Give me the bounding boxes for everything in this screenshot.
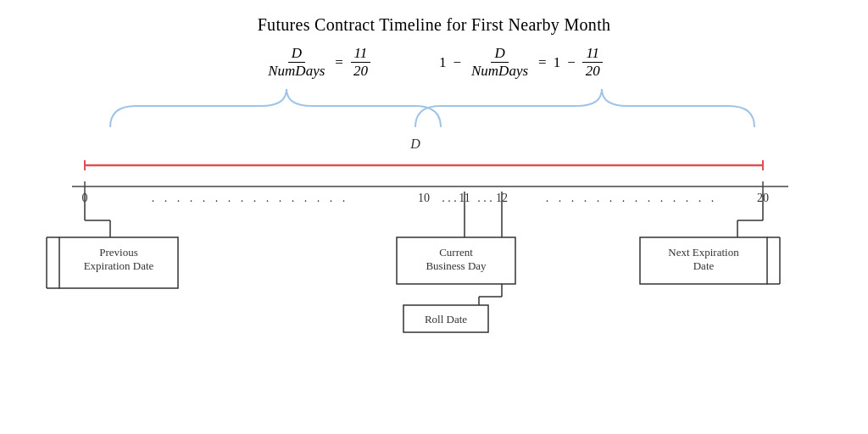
formula-left: D NumDays = 11 20 bbox=[264, 45, 371, 80]
formula-left-value-den: 20 bbox=[350, 63, 371, 80]
svg-text:Current: Current bbox=[439, 246, 473, 259]
formula-right-minus: − bbox=[453, 54, 461, 71]
formula-right-value-den: 20 bbox=[582, 63, 604, 80]
svg-text:. . . . . . . . . . . . . . . : . . . . . . . . . . . . . . . . bbox=[152, 192, 349, 204]
svg-text:Roll Date: Roll Date bbox=[425, 313, 467, 326]
page-title: Futures Contract Timeline for First Near… bbox=[0, 0, 868, 35]
formula-left-numerator: D bbox=[288, 45, 305, 63]
main-container: Futures Contract Timeline for First Near… bbox=[0, 0, 868, 434]
formula-left-equals: = bbox=[335, 54, 343, 71]
svg-text:Next Expiration: Next Expiration bbox=[668, 246, 739, 259]
formula-right-value-num: 11 bbox=[582, 45, 603, 63]
formula-right-equals: = bbox=[538, 54, 547, 71]
svg-text:Business Day: Business Day bbox=[426, 259, 487, 272]
svg-text:D: D bbox=[409, 136, 420, 151]
formula-left-denominator: NumDays bbox=[264, 63, 328, 80]
formula-area: D NumDays = 11 20 1 − D NumDays = 1 − 11… bbox=[0, 45, 868, 80]
diagram-svg: D 0 . . . . . . . . . . . . . . . . 10 .… bbox=[0, 81, 868, 369]
svg-text:Date: Date bbox=[693, 259, 715, 272]
formula-right-numerator: D bbox=[491, 45, 508, 63]
svg-text:. . . . . . . . . . . . . .: . . . . . . . . . . . . . . bbox=[546, 192, 718, 204]
svg-text:Expiration Date: Expiration Date bbox=[84, 259, 154, 272]
fraction-right-value: 11 20 bbox=[582, 45, 604, 80]
svg-text:10: 10 bbox=[418, 192, 430, 204]
formula-right-denominator: NumDays bbox=[468, 63, 531, 80]
formula-right-prefix: 1 bbox=[439, 54, 447, 71]
fraction-left-ratio: D NumDays bbox=[264, 45, 328, 80]
formula-left-value-num: 11 bbox=[351, 45, 371, 63]
fraction-left-value: 11 20 bbox=[350, 45, 371, 80]
formula-right-value-prefix: 1 bbox=[554, 54, 561, 71]
formula-right: 1 − D NumDays = 1 − 11 20 bbox=[439, 45, 604, 80]
fraction-right-ratio: D NumDays bbox=[468, 45, 531, 80]
svg-text:. . .: . . . bbox=[442, 192, 457, 204]
svg-text:. . .: . . . bbox=[477, 192, 492, 204]
svg-text:Previous: Previous bbox=[99, 246, 138, 259]
formula-right-value-minus: − bbox=[567, 54, 576, 71]
